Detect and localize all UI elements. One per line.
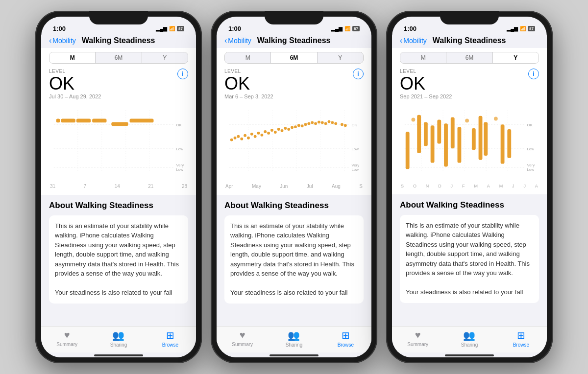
back-label-1: Mobility xyxy=(52,37,75,45)
svg-text:Low: Low xyxy=(527,167,535,172)
svg-rect-79 xyxy=(458,127,462,163)
sharing-icon-3: 👥 xyxy=(463,329,475,341)
tab-browse-1[interactable]: ⊞ Browse xyxy=(145,329,196,348)
sharing-icon-2: 👥 xyxy=(288,329,300,341)
svg-rect-83 xyxy=(484,122,488,156)
nav-bar-2: ‹ Mobility Walking Steadiness xyxy=(217,35,371,48)
phones-container: 1:00 ▂▄▆ 📶 87 ‹ Mobility Walking Steadin… xyxy=(35,11,553,363)
tab-m-3[interactable]: M xyxy=(400,52,446,63)
period-tabs-1[interactable]: M 6M Y xyxy=(49,52,188,64)
back-button-3[interactable]: ‹ Mobility xyxy=(400,36,427,45)
chart-svg-2: OK Low Very Low xyxy=(224,103,364,182)
tab-6m-2[interactable]: 6M xyxy=(271,52,317,63)
back-chevron-2: ‹ xyxy=(224,36,227,45)
svg-rect-10 xyxy=(92,118,106,122)
about-card-2: This is an estimate of your stability wh… xyxy=(224,215,364,304)
signal-icon-1: ▂▄▆ xyxy=(156,26,167,31)
tab-browse-3[interactable]: ⊞ Browse xyxy=(495,329,547,348)
tab-m-1[interactable]: M xyxy=(49,52,96,63)
svg-point-28 xyxy=(240,137,243,140)
tab-y-2[interactable]: Y xyxy=(318,52,363,63)
battery-icon-3: 87 xyxy=(528,26,535,31)
tab-sharing-label-2: Sharing xyxy=(286,342,302,348)
chart-area-2: OK Low Very Low xyxy=(224,103,364,182)
tab-sharing-label-3: Sharing xyxy=(461,342,478,348)
status-time-1: 1:00 xyxy=(53,25,66,32)
tab-bar-1: ♥ Summary 👥 Sharing ⊞ Browse xyxy=(41,326,196,352)
tab-sharing-1[interactable]: 👥 Sharing xyxy=(93,329,144,348)
about-title-1: About Walking Steadiness xyxy=(49,201,188,210)
tab-summary-1[interactable]: ♥ Summary xyxy=(41,329,93,348)
tab-browse-label-3: Browse xyxy=(513,342,529,348)
svg-text:Low: Low xyxy=(352,147,359,151)
level-value-1: OK xyxy=(49,74,188,94)
chart-area-1: OK Low Very Low xyxy=(49,103,188,182)
tab-browse-2[interactable]: ⊞ Browse xyxy=(320,329,371,348)
svg-point-72 xyxy=(412,117,416,121)
svg-rect-82 xyxy=(479,116,483,160)
svg-point-40 xyxy=(281,129,284,132)
date-range-2: Mar 6 – Sep 3, 2022 xyxy=(224,94,364,99)
svg-rect-9 xyxy=(76,118,91,122)
tab-browse-label-2: Browse xyxy=(338,342,354,348)
chart-svg-3: OK Low Very Low xyxy=(400,103,539,182)
date-range-1: Jul 30 – Aug 29, 2022 xyxy=(49,94,188,99)
tab-sharing-3[interactable]: 👥 Sharing xyxy=(443,329,495,348)
tab-y-3[interactable]: Y xyxy=(493,52,539,63)
tab-6m-1[interactable]: 6M xyxy=(96,52,142,63)
nav-bar-3: ‹ Mobility Walking Steadiness xyxy=(392,35,547,48)
back-button-2[interactable]: ‹ Mobility xyxy=(224,36,251,45)
svg-point-30 xyxy=(247,136,250,139)
about-section-3: About Walking Steadiness This is an esti… xyxy=(392,194,547,326)
tab-y-1[interactable]: Y xyxy=(142,52,188,63)
notch-1 xyxy=(89,11,148,24)
back-chevron-3: ‹ xyxy=(400,36,402,45)
browse-icon-1: ⊞ xyxy=(166,329,174,341)
svg-point-48 xyxy=(307,122,310,125)
svg-rect-73 xyxy=(417,115,421,153)
wifi-icon-1: 📶 xyxy=(169,26,175,31)
svg-point-58 xyxy=(344,124,347,127)
tab-sharing-2[interactable]: 👥 Sharing xyxy=(268,329,319,348)
info-button-2[interactable]: i xyxy=(353,69,364,79)
svg-text:Very: Very xyxy=(176,163,184,167)
svg-text:Very: Very xyxy=(352,163,360,167)
period-tabs-2[interactable]: M 6M Y xyxy=(224,52,364,64)
svg-point-84 xyxy=(494,117,498,120)
phone-3: 1:00 ▂▄▆ 📶 87 ‹ Mobility Walking Steadin… xyxy=(386,11,553,363)
tab-browse-label-1: Browse xyxy=(162,342,178,348)
back-label-3: Mobility xyxy=(403,37,426,45)
tab-summary-2[interactable]: ♥ Summary xyxy=(217,329,268,348)
tab-summary-label-2: Summary xyxy=(232,342,253,347)
svg-rect-75 xyxy=(431,125,435,163)
about-card-1: This is an estimate of your stability wh… xyxy=(49,215,188,304)
info-button-1[interactable]: i xyxy=(177,69,188,79)
status-icons-2: ▂▄▆ 📶 87 xyxy=(331,26,360,31)
tab-bar-2: ♥ Summary 👥 Sharing ⊞ Browse xyxy=(217,326,371,352)
status-time-3: 1:00 xyxy=(404,25,416,32)
content-3: M 6M Y LEVEL OK Sep 2021 – Sep 2022 i xyxy=(392,48,547,357)
tab-6m-3[interactable]: 6M xyxy=(446,52,492,63)
chart-section-2: M 6M Y LEVEL OK Mar 6 – Sep 3, 2022 i xyxy=(217,48,371,195)
info-button-3[interactable]: i xyxy=(528,69,539,79)
home-indicator-2 xyxy=(270,354,318,356)
nav-title-1: Walking Steadiness xyxy=(82,36,155,45)
svg-text:Low: Low xyxy=(176,167,184,172)
period-tabs-3[interactable]: M 6M Y xyxy=(400,52,539,64)
svg-point-57 xyxy=(341,123,343,126)
status-time-2: 1:00 xyxy=(228,25,241,32)
svg-point-32 xyxy=(254,135,257,138)
tab-bar-3: ♥ Summary 👥 Sharing ⊞ Browse xyxy=(392,326,547,352)
tab-summary-3[interactable]: ♥ Summary xyxy=(392,329,443,348)
home-indicator-1 xyxy=(94,354,143,356)
x-labels-1: 317142128 xyxy=(49,184,188,189)
svg-point-45 xyxy=(297,124,300,127)
tab-m-2[interactable]: M xyxy=(225,52,271,63)
browse-icon-2: ⊞ xyxy=(342,329,350,341)
svg-point-33 xyxy=(257,132,260,135)
sharing-icon-1: 👥 xyxy=(112,329,124,341)
svg-point-34 xyxy=(260,133,263,136)
svg-rect-8 xyxy=(61,118,75,122)
back-button-1[interactable]: ‹ Mobility xyxy=(49,36,76,45)
status-icons-1: ▂▄▆ 📶 87 xyxy=(156,26,184,31)
